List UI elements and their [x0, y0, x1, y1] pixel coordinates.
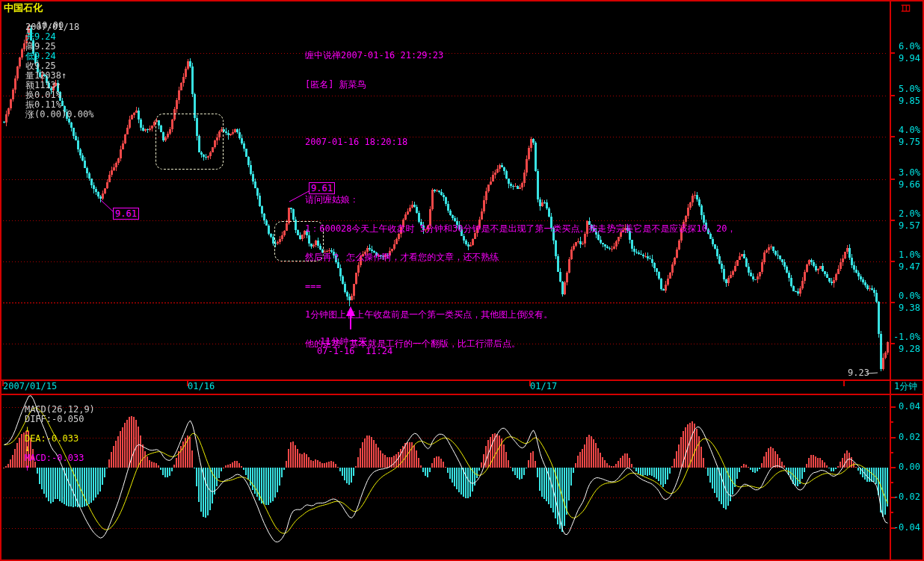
- date-label-3: 01/17: [530, 382, 557, 391]
- macd-name: MACD(26,12,9): [25, 404, 95, 415]
- forum-line: 然后再？ 怎么操作啊，才看您的文章，还不熟练: [305, 252, 736, 262]
- low-price-label-2: 9.61: [309, 182, 335, 194]
- quote-low: 低9.24: [25, 51, 56, 61]
- macd-arrow-icon: ↑: [25, 462, 30, 473]
- macd-dea-arrow-icon: ↓: [25, 443, 30, 453]
- forum-line: [305, 108, 736, 118]
- macd-axis-label: -0.04: [892, 523, 920, 533]
- date-label-2: 01/16: [188, 382, 215, 391]
- quote-turnover: 换0.01%: [25, 90, 61, 100]
- macd-diff-value: DIFF:-0.050: [25, 414, 84, 424]
- price-axis-label: 9.38: [892, 303, 920, 313]
- buy-signal-timestamp: 07-1-16 11:24: [317, 347, 392, 356]
- forum-line: [匿名] 新菜鸟: [305, 80, 736, 90]
- macd-axis-label: 0.04: [892, 402, 920, 412]
- price-axis-label: 9.66: [892, 180, 920, 190]
- period-label[interactable]: 1分钟: [894, 382, 917, 391]
- price-axis-label: 9.85: [892, 96, 920, 106]
- pct-axis-label: 6.0%: [892, 42, 920, 52]
- quote-close: 收9.25: [25, 61, 56, 71]
- pct-axis-label: -1.0%: [892, 332, 920, 342]
- quote-volume: 量12038↑: [25, 70, 67, 81]
- forum-annotation-block: 缠中说禅2007-01-16 21:29:23 [匿名] 新菜鸟 2007-01…: [305, 31, 736, 368]
- forum-line: 1：600028今天上午收盘时 5分钟和30分钟是不是出现了第一类买点。按走势完…: [305, 224, 736, 234]
- pct-axis-label: 5.0%: [892, 84, 920, 94]
- macd-header-row: MACD(26,12,9) DIFF:-0.050 ↓ DEA:-0.033 ↓…: [3, 395, 100, 483]
- macd-value: MACD:-0.033: [25, 453, 84, 463]
- price-axis-label: 9.57: [892, 221, 920, 231]
- high-price-label: 10.00: [37, 21, 64, 31]
- stock-chart-window: 中国石化 日 2007/01/18 开9.24 高9.25 低9.24 收9.2…: [0, 0, 924, 561]
- last-price-label: 9.23: [848, 368, 869, 378]
- price-axis-label: 9.94: [892, 54, 920, 63]
- pct-axis-label: 4.0%: [892, 125, 920, 135]
- quote-high: 高9.25: [25, 41, 56, 52]
- price-axis-label: 9.28: [892, 344, 920, 354]
- pct-axis-label: 0.0%: [892, 291, 920, 301]
- pct-axis-label: 2.0%: [892, 209, 920, 219]
- quote-amplitude: 振0.11%: [25, 99, 61, 110]
- macd-axis-label: 0.02: [892, 433, 920, 442]
- macd-dea-value: DEA:-0.033: [25, 433, 78, 444]
- dashed-highlight-box-1: [155, 114, 224, 170]
- period-day-icon[interactable]: 日: [899, 4, 912, 13]
- pct-axis-label: 1.0%: [892, 250, 920, 260]
- quote-open: 开9.24: [25, 31, 56, 42]
- forum-line: [305, 166, 736, 176]
- price-axis-label: 9.75: [892, 137, 920, 147]
- quote-amount: 额1113↑: [25, 80, 61, 90]
- forum-line: 缠中说禅2007-01-16 21:29:23: [305, 51, 736, 61]
- pct-axis-label: 3.0%: [892, 168, 920, 178]
- forum-line: 1分钟图上在上午收盘前是一个第一类买点，其他图上倒没有。: [305, 310, 736, 320]
- forum-line: 请问缠姑娘：: [305, 195, 736, 205]
- forum-line: ===: [305, 282, 736, 291]
- macd-diff-arrow-icon: ↓: [25, 424, 30, 434]
- low-price-label-1: 9.61: [113, 208, 139, 220]
- quote-change: 涨(0.00)0.00%: [25, 109, 93, 120]
- macd-axis-label: 0.00: [892, 462, 920, 472]
- price-axis-label: 9.47: [892, 262, 920, 272]
- macd-axis-label: -0.02: [892, 492, 920, 502]
- forum-line: 2007-01-16 18:20:18: [305, 137, 736, 147]
- date-label-1: 2007/01/15: [3, 382, 57, 391]
